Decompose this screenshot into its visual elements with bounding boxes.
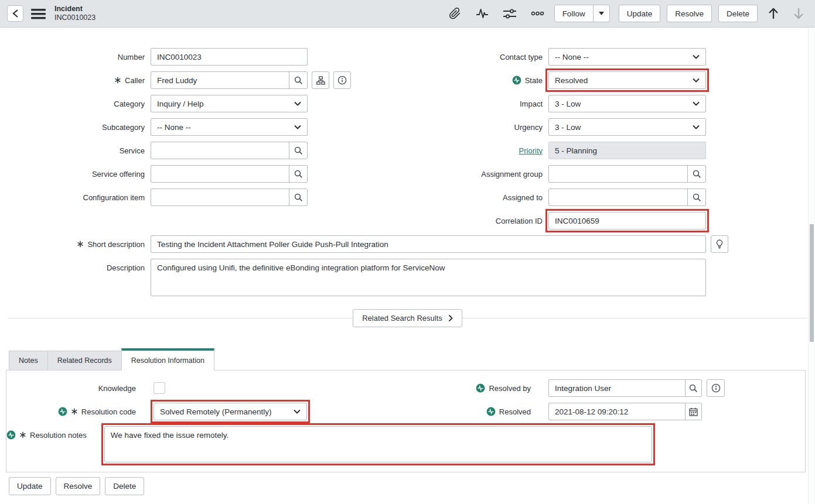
resolve-button-footer[interactable]: Resolve bbox=[56, 477, 101, 495]
activity-stream-button[interactable] bbox=[472, 6, 492, 21]
more-options-button[interactable] bbox=[527, 9, 548, 18]
resolution-notes-textarea[interactable]: We have fixed the issue remotely. bbox=[104, 426, 652, 462]
header-icon-group bbox=[445, 5, 548, 22]
divider-line bbox=[8, 318, 353, 318]
service-input[interactable] bbox=[151, 142, 289, 159]
follow-button[interactable]: Follow bbox=[554, 5, 594, 22]
assignment-group-input[interactable] bbox=[549, 166, 687, 182]
next-record-button[interactable] bbox=[789, 5, 808, 22]
search-icon bbox=[294, 193, 303, 202]
urgency-select[interactable]: 3 - Low bbox=[548, 118, 706, 136]
resolve-button-header[interactable]: Resolve bbox=[667, 5, 712, 22]
attachment-button[interactable] bbox=[445, 5, 465, 22]
paperclip-icon bbox=[449, 7, 461, 20]
assigned-to-lookup-button[interactable] bbox=[687, 189, 705, 205]
scrollbar-thumb[interactable] bbox=[810, 224, 814, 342]
follow-dropdown-button[interactable] bbox=[593, 5, 610, 22]
suggestion-button[interactable] bbox=[711, 235, 728, 253]
priority-readonly-field: 5 - Planning bbox=[548, 142, 706, 159]
previous-record-button[interactable] bbox=[764, 5, 783, 22]
knowledge-checkbox[interactable] bbox=[154, 382, 165, 394]
caret-down-icon bbox=[599, 12, 604, 15]
resolved-by-lookup-button[interactable] bbox=[685, 380, 701, 396]
urgency-label: Urgency bbox=[407, 123, 548, 132]
resolution-notes-label: Resolution notes bbox=[6, 426, 104, 444]
search-icon bbox=[294, 76, 303, 85]
search-icon bbox=[294, 170, 303, 179]
delete-button-footer[interactable]: Delete bbox=[105, 477, 144, 495]
impact-select[interactable]: 3 - Low bbox=[548, 95, 706, 112]
back-button[interactable] bbox=[7, 5, 23, 22]
service-reference-field bbox=[151, 142, 308, 159]
resolution-notes-field-wrapper: We have fixed the issue remotely. bbox=[104, 426, 652, 462]
assigned-to-input[interactable] bbox=[549, 189, 687, 205]
resolved-calendar-button[interactable] bbox=[685, 403, 701, 420]
resolved-by-row: Resolved by bbox=[407, 379, 800, 397]
short-description-label: Short description bbox=[0, 240, 151, 249]
tab-related-records[interactable]: Related Records bbox=[47, 351, 122, 370]
service-lookup-button[interactable] bbox=[289, 142, 307, 159]
correlation-id-input[interactable] bbox=[548, 212, 706, 229]
mandatory-icon bbox=[114, 77, 121, 84]
update-button-footer[interactable]: Update bbox=[9, 477, 51, 495]
context-menu-button[interactable] bbox=[30, 7, 47, 20]
configuration-item-label: Configuration item bbox=[0, 193, 151, 202]
description-label: Description bbox=[0, 259, 151, 276]
state-select[interactable]: Resolved bbox=[548, 71, 706, 89]
service-offering-label: Service offering bbox=[0, 170, 151, 179]
resolution-code-row: Resolution code Solved Remotely (Permane… bbox=[6, 403, 407, 420]
resolution-information-section: Knowledge Resolution code Solved Remotel… bbox=[6, 370, 806, 472]
configuration-item-reference-field bbox=[151, 188, 308, 206]
resolved-input[interactable] bbox=[549, 403, 685, 420]
caller-input[interactable] bbox=[151, 72, 289, 88]
subcategory-label: Subcategory bbox=[0, 123, 151, 132]
subcategory-select[interactable]: -- None -- bbox=[151, 118, 308, 136]
caller-preview-button[interactable] bbox=[333, 71, 351, 89]
follow-split-button: Follow bbox=[554, 5, 610, 22]
contact-type-select[interactable]: -- None -- bbox=[548, 48, 706, 66]
state-label: State bbox=[407, 76, 548, 85]
description-textarea[interactable]: Configured using Unifi, the definitive e… bbox=[151, 259, 706, 296]
tab-notes[interactable]: Notes bbox=[9, 351, 48, 370]
assignment-group-lookup-button[interactable] bbox=[687, 166, 705, 182]
number-input[interactable] bbox=[151, 48, 308, 66]
delete-button-header[interactable]: Delete bbox=[718, 5, 758, 22]
more-options-icon bbox=[531, 11, 544, 16]
service-offering-reference-field bbox=[151, 165, 308, 183]
configuration-item-lookup-button[interactable] bbox=[289, 189, 307, 205]
update-button-header[interactable]: Update bbox=[619, 5, 661, 22]
priority-row: Priority 5 - Planning bbox=[407, 142, 815, 159]
form-left-column: Number Caller bbox=[0, 48, 407, 235]
description-row: Description Configured using Unifi, the … bbox=[0, 259, 815, 296]
caller-lookup-button[interactable] bbox=[289, 72, 307, 88]
correlation-id-field-wrapper bbox=[548, 212, 706, 229]
info-icon bbox=[337, 76, 347, 85]
priority-link[interactable]: Priority bbox=[519, 146, 543, 155]
caller-show-related-button[interactable] bbox=[312, 71, 329, 89]
caller-row: Caller bbox=[0, 71, 407, 89]
record-title: Incident INC0010023 bbox=[54, 5, 96, 22]
caller-label: Caller bbox=[0, 76, 151, 85]
personalize-form-button[interactable] bbox=[500, 6, 520, 21]
arrow-up-icon bbox=[768, 6, 779, 20]
sliders-icon bbox=[503, 8, 516, 19]
related-search-results-button[interactable]: Related Search Results bbox=[353, 309, 462, 327]
field-modified-icon bbox=[486, 407, 496, 416]
chevron-right-icon bbox=[448, 314, 453, 322]
category-select[interactable]: Inquiry / Help bbox=[151, 95, 308, 112]
short-description-input[interactable] bbox=[151, 235, 706, 253]
knowledge-row: Knowledge bbox=[6, 379, 407, 397]
resolved-by-input[interactable] bbox=[549, 380, 685, 396]
resolved-datetime-field bbox=[548, 403, 702, 420]
impact-label: Impact bbox=[407, 100, 548, 108]
resolved-by-preview-button[interactable] bbox=[707, 379, 725, 397]
resolution-code-select[interactable]: Solved Remotely (Permanently) bbox=[154, 403, 307, 420]
divider-line bbox=[462, 318, 807, 318]
assignment-group-row: Assignment group bbox=[407, 165, 815, 183]
service-offering-input[interactable] bbox=[151, 166, 289, 182]
tab-resolution-information[interactable]: Resolution Information bbox=[121, 348, 214, 371]
service-offering-lookup-button[interactable] bbox=[289, 166, 307, 182]
assigned-to-reference-field bbox=[548, 188, 706, 206]
configuration-item-input[interactable] bbox=[151, 189, 289, 205]
incident-form-page: Incident INC0010023 bbox=[0, 0, 815, 504]
